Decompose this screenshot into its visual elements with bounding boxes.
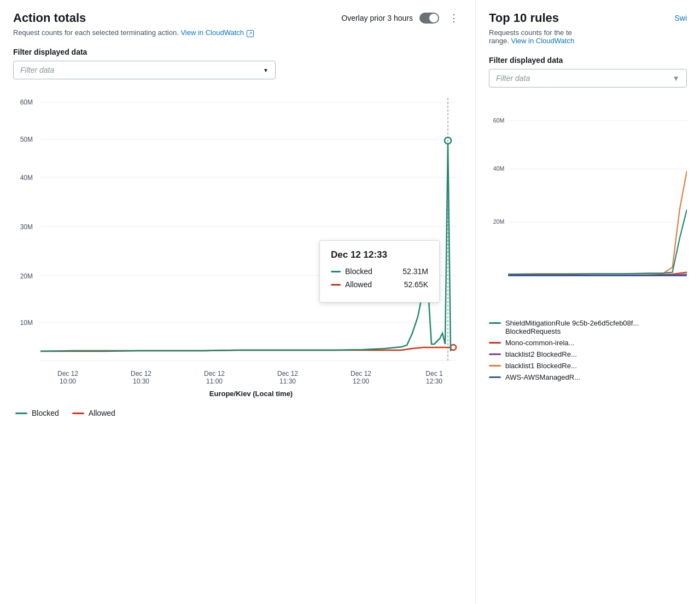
svg-text:60M: 60M xyxy=(493,117,505,124)
header-controls: Overlay prior 3 hours ⋮ xyxy=(341,11,462,25)
chart-container: 60M 50M 40M 30M 20M 10M xyxy=(13,92,462,398)
allowed-legend-dash xyxy=(331,284,341,286)
chevron-down-icon: ▼ xyxy=(263,67,269,73)
rule-label-2: blacklist2 BlockedRe... xyxy=(505,350,577,358)
right-panel-title: Top 10 rules xyxy=(489,11,559,25)
blocked-dash-icon xyxy=(15,413,27,414)
rule-dash-1 xyxy=(489,342,501,344)
right-chart-wrapper: 60M 40M 20M xyxy=(489,101,687,310)
legend-allowed: Allowed xyxy=(72,409,115,417)
rule-label-4: AWS-AWSManagedR... xyxy=(505,373,580,381)
left-panel-header: Action totals Overlay prior 3 hours ⋮ xyxy=(13,11,462,25)
right-filter-section: Filter displayed data Filter data ▼ xyxy=(489,56,687,88)
overlay-label: Overlay prior 3 hours xyxy=(341,14,413,22)
right-filter-label: Filter displayed data xyxy=(489,56,687,65)
x-label-1: Dec 12 10:00 xyxy=(40,370,95,385)
action-totals-panel: Action totals Overlay prior 3 hours ⋮ Re… xyxy=(0,0,476,604)
x-label-4: Dec 12 11:30 xyxy=(260,370,315,385)
chart-legend: Blocked Allowed xyxy=(13,409,462,417)
rule-dash-3 xyxy=(489,365,501,367)
rule-label-0: ShieldMitigationRule 9c5b-2e6d5cfeb08f..… xyxy=(505,319,687,335)
filter-section: Filter displayed data Filter data ▼ xyxy=(13,48,462,79)
right-filter-placeholder: Filter data xyxy=(496,74,530,83)
rule-label-3: blacklist1 BlockedRe... xyxy=(505,362,577,370)
right-cloudwatch-link[interactable]: View in CloudWatch xyxy=(511,37,575,45)
line-chart: 60M 50M 40M 30M 20M 10M xyxy=(13,92,462,366)
svg-text:40M: 40M xyxy=(493,165,505,172)
right-line-chart: 60M 40M 20M xyxy=(489,101,687,309)
svg-text:60M: 60M xyxy=(20,98,33,106)
panel-subtitle: Request counts for each selected termina… xyxy=(13,28,462,37)
chart-svg-wrapper: 60M 50M 40M 30M 20M 10M xyxy=(13,92,462,368)
chart-tooltip: Dec 12 12:33 Blocked 52.31M Allowed 52.6… xyxy=(319,240,440,303)
tooltip-date: Dec 12 12:33 xyxy=(331,249,428,260)
filter-data-select[interactable]: Filter data ▼ xyxy=(13,61,276,79)
tooltip-allowed-label: Allowed xyxy=(345,280,387,289)
svg-point-13 xyxy=(451,345,456,350)
cloudwatch-link[interactable]: View in CloudWatch ↗ xyxy=(180,28,254,37)
rule-legend-item-3: blacklist1 BlockedRe... xyxy=(489,362,687,370)
legend-allowed-label: Allowed xyxy=(89,409,115,417)
tooltip-blocked-value: 52.31M xyxy=(402,267,428,276)
right-panel-subtitle: Requests counts for the te range. View i… xyxy=(489,28,687,45)
svg-text:50M: 50M xyxy=(20,136,33,143)
tooltip-row-allowed: Allowed 52.65K xyxy=(331,280,428,289)
filter-placeholder: Filter data xyxy=(20,66,54,74)
more-options-icon[interactable]: ⋮ xyxy=(446,11,462,25)
tooltip-allowed-value: 52.65K xyxy=(404,280,428,289)
rule-dash-0 xyxy=(489,322,501,324)
right-filter-select[interactable]: Filter data ▼ xyxy=(489,69,687,88)
filter-label: Filter displayed data xyxy=(13,48,462,56)
svg-text:40M: 40M xyxy=(20,174,33,182)
page-title: Action totals xyxy=(13,11,86,25)
x-label-5: Dec 12 12:00 xyxy=(334,370,388,385)
top-10-rules-panel: Top 10 rules Swi Requests counts for the… xyxy=(476,0,700,604)
x-label-3: Dec 12 11:00 xyxy=(187,370,242,385)
rule-legend-item-0: ShieldMitigationRule 9c5b-2e6d5cfeb08f..… xyxy=(489,319,687,335)
x-axis-title: Europe/Kiev (Local time) xyxy=(13,390,462,398)
legend-blocked: Blocked xyxy=(15,409,59,417)
rule-legend-item-1: Mono-common-irela... xyxy=(489,339,687,347)
rule-dash-2 xyxy=(489,353,501,355)
rule-label-1: Mono-common-irela... xyxy=(505,339,574,347)
x-axis-labels: Dec 12 10:00 Dec 12 10:30 Dec 12 11:00 D… xyxy=(13,368,462,387)
allowed-dash-icon xyxy=(72,413,84,414)
switch-label[interactable]: Swi xyxy=(674,14,687,22)
rule-legend-item-4: AWS-AWSManagedR... xyxy=(489,373,687,381)
x-label-2: Dec 12 10:30 xyxy=(114,370,168,385)
x-label-6: Dec 1 12:30 xyxy=(407,370,462,385)
rule-dash-4 xyxy=(489,376,501,378)
tooltip-row-blocked: Blocked 52.31M xyxy=(331,267,428,276)
rule-legend-item-2: blacklist2 BlockedRe... xyxy=(489,350,687,358)
svg-text:30M: 30M xyxy=(20,223,33,231)
legend-blocked-label: Blocked xyxy=(32,409,59,417)
blocked-legend-dash xyxy=(331,271,341,272)
overlay-toggle[interactable] xyxy=(419,13,439,24)
external-link-icon: ↗ xyxy=(247,30,254,37)
right-header-row: Top 10 rules Swi xyxy=(489,11,687,25)
tooltip-blocked-label: Blocked xyxy=(345,267,385,276)
right-rules-legend: ShieldMitigationRule 9c5b-2e6d5cfeb08f..… xyxy=(489,319,687,381)
svg-text:10M: 10M xyxy=(20,319,33,327)
svg-text:20M: 20M xyxy=(493,218,505,225)
right-chevron-down-icon: ▼ xyxy=(672,74,680,83)
svg-text:20M: 20M xyxy=(20,272,33,280)
